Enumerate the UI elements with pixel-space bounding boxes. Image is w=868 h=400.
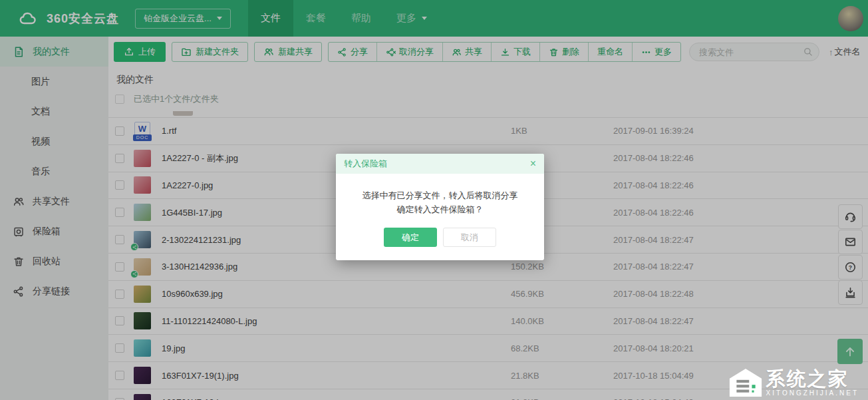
dialog-title: 转入保险箱: [344, 158, 387, 170]
close-icon[interactable]: ×: [530, 158, 536, 169]
house-logo-icon: [728, 368, 763, 397]
watermark-title: 系统之家: [766, 369, 859, 389]
cancel-button[interactable]: 取消: [443, 228, 496, 247]
dialog-body: 选择中有已分享文件，转入后将取消分享 确定转入文件保险箱？ 确定 取消: [336, 174, 544, 260]
confirm-button[interactable]: 确定: [384, 228, 437, 247]
transfer-safebox-dialog: 转入保险箱 × 选择中有已分享文件，转入后将取消分享 确定转入文件保险箱？ 确定…: [336, 154, 544, 260]
dialog-message-line1: 选择中有已分享文件，转入后将取消分享: [343, 188, 537, 202]
watermark-subtitle: XITONGZHIJIA.NET: [766, 389, 859, 397]
watermark: 系统之家 XITONGZHIJIA.NET: [728, 368, 859, 397]
dialog-message-line2: 确定转入文件保险箱？: [343, 202, 537, 216]
dialog-header: 转入保险箱 ×: [336, 154, 544, 174]
